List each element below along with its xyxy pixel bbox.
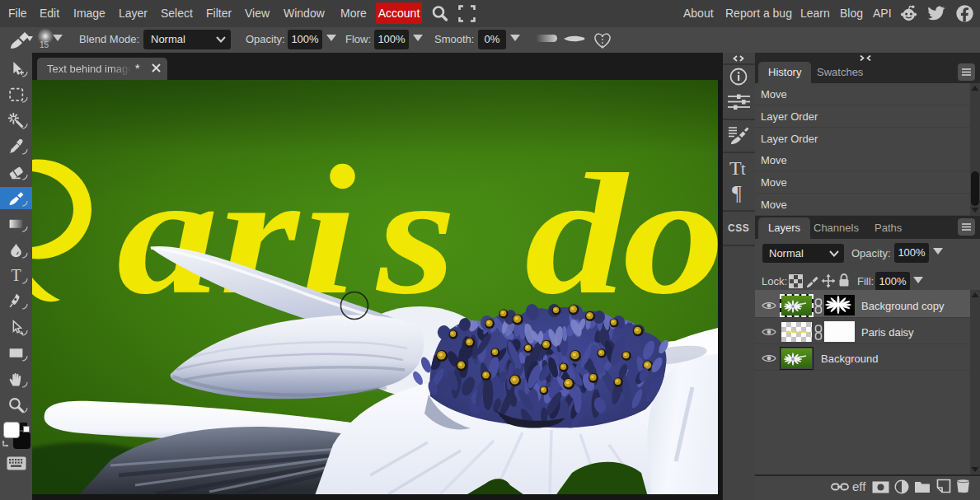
- svg-text:CSS: CSS: [728, 222, 749, 234]
- svg-text:o: o: [622, 138, 718, 330]
- svg-text:a: a: [116, 138, 218, 330]
- svg-text:T: T: [11, 267, 21, 284]
- svg-text:d: d: [524, 138, 629, 330]
- svg-text:T: T: [729, 157, 742, 179]
- svg-text:¶: ¶: [732, 182, 742, 203]
- svg-text:t: t: [741, 160, 746, 178]
- svg-text:s: s: [375, 138, 457, 330]
